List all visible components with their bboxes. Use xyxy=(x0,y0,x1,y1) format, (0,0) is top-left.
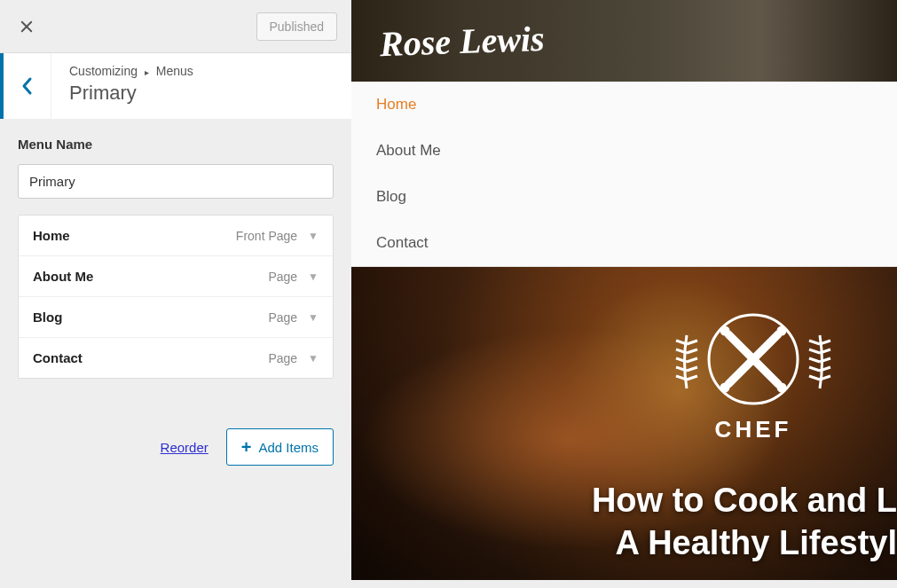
menu-item-label: About Me xyxy=(33,269,268,284)
svg-point-7 xyxy=(721,384,728,391)
nav-link-contact[interactable]: Contact xyxy=(351,220,897,266)
menu-item-type: Page xyxy=(268,351,297,365)
chevron-left-icon xyxy=(21,76,34,96)
breadcrumb-root: Customizing xyxy=(69,64,138,78)
site-preview: Rose Lewis Home About Me Blog Contact xyxy=(351,0,897,588)
menu-name-label: Menu Name xyxy=(18,137,334,152)
app-root: Published Customizing ▸ Menus Primary Me… xyxy=(0,0,897,588)
menu-item-contact[interactable]: Contact Page ▼ xyxy=(19,338,333,378)
feature-hero: CHEF How to Cook and L A Healthy Lifesty… xyxy=(351,267,897,580)
section-title: Primary xyxy=(69,82,193,105)
triangle-down-icon: ▼ xyxy=(308,311,319,324)
chef-badge: CHEF xyxy=(656,278,851,473)
svg-point-5 xyxy=(721,327,728,334)
close-icon xyxy=(19,19,35,35)
add-items-button[interactable]: + Add Items xyxy=(226,428,334,466)
menu-item-blog[interactable]: Blog Page ▼ xyxy=(19,297,333,338)
site-header: Rose Lewis xyxy=(351,0,897,82)
menu-item-label: Contact xyxy=(33,350,268,365)
hero-line-1: How to Cook and L xyxy=(592,480,897,522)
publish-status-button[interactable]: Published xyxy=(256,12,338,41)
menu-actions: Reorder + Add Items xyxy=(18,428,334,466)
nav-link-home[interactable]: Home xyxy=(351,82,897,128)
feature-titles: How to Cook and L A Healthy Lifestyl xyxy=(592,480,897,564)
menu-item-label: Home xyxy=(33,228,236,243)
section-header: Customizing ▸ Menus Primary xyxy=(0,53,351,119)
svg-point-6 xyxy=(778,327,785,334)
menu-name-input[interactable] xyxy=(18,164,334,199)
close-button[interactable] xyxy=(0,0,53,53)
menu-item-type: Page xyxy=(268,310,297,325)
svg-point-8 xyxy=(778,384,785,391)
triangle-down-icon: ▼ xyxy=(308,270,319,283)
menu-item-about[interactable]: About Me Page ▼ xyxy=(19,256,333,297)
hero-line-2: A Healthy Lifestyl xyxy=(592,522,897,565)
triangle-down-icon: ▼ xyxy=(308,230,319,242)
back-button[interactable] xyxy=(4,53,51,119)
reorder-button[interactable]: Reorder xyxy=(161,440,209,455)
customizer-panel: Published Customizing ▸ Menus Primary Me… xyxy=(0,0,351,588)
triangle-down-icon: ▼ xyxy=(308,352,319,365)
add-items-label: Add Items xyxy=(258,440,319,455)
menu-item-type: Page xyxy=(268,270,297,284)
nav-link-blog[interactable]: Blog xyxy=(351,174,897,220)
customizer-topbar: Published xyxy=(0,0,351,53)
menu-item-label: Blog xyxy=(33,310,268,325)
header-titles: Customizing ▸ Menus Primary xyxy=(51,53,211,119)
menu-item-type: Front Page xyxy=(236,229,297,243)
nav-link-about[interactable]: About Me xyxy=(351,128,897,174)
breadcrumb-separator-icon: ▸ xyxy=(145,67,149,77)
badge-text: CHEF xyxy=(715,416,792,443)
panel-body: Menu Name Home Front Page ▼ About Me Pag… xyxy=(0,119,351,588)
site-nav: Home About Me Blog Contact xyxy=(351,82,897,267)
breadcrumb-section: Menus xyxy=(156,64,193,78)
menu-item-home[interactable]: Home Front Page ▼ xyxy=(19,216,333,256)
plus-icon: + xyxy=(241,438,252,456)
menu-items-list: Home Front Page ▼ About Me Page ▼ Blog P… xyxy=(18,215,334,379)
site-name: Rose Lewis xyxy=(379,17,545,64)
breadcrumb: Customizing ▸ Menus xyxy=(69,64,193,78)
